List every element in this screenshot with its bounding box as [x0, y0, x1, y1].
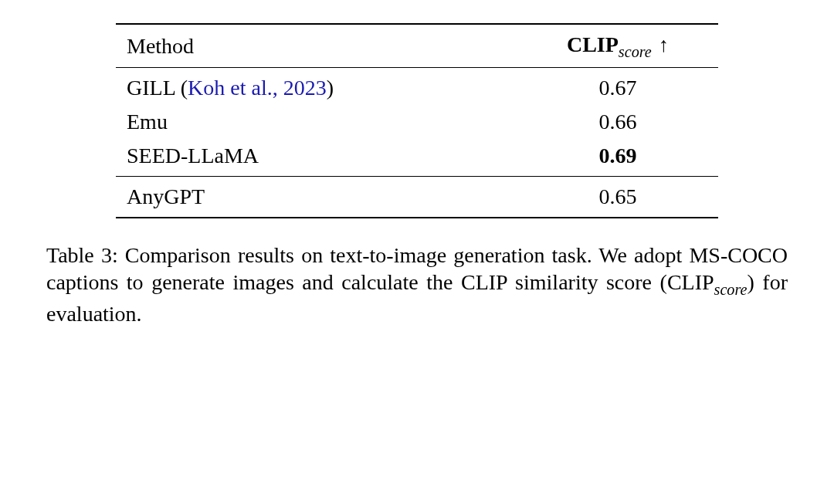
caption-clip-subscript: score: [714, 281, 748, 298]
cell-score-best: 0.69: [517, 139, 718, 177]
method-name: GILL: [127, 76, 181, 100]
cell-method: Emu: [116, 105, 517, 139]
cell-score: 0.66: [517, 105, 718, 139]
caption-text-prefix: Table 3: Comparison results on text-to-i…: [46, 243, 788, 295]
results-table-container: Method CLIPscore ↑ GILL (Koh et al., 202…: [116, 23, 718, 218]
column-header-method: Method: [116, 24, 517, 67]
table-row: GILL (Koh et al., 2023) 0.67: [116, 67, 718, 105]
table-header-row: Method CLIPscore ↑: [116, 24, 718, 67]
cell-score: 0.65: [517, 176, 718, 218]
table-row: AnyGPT 0.65: [116, 176, 718, 218]
cell-method: AnyGPT: [116, 176, 517, 218]
citation-link[interactable]: Koh et al., 2023: [188, 76, 327, 100]
cell-method: GILL (Koh et al., 2023): [116, 67, 517, 105]
cell-method: SEED-LLaMA: [116, 139, 517, 177]
table-caption: Table 3: Comparison results on text-to-i…: [46, 242, 788, 328]
column-header-clipscore: CLIPscore ↑: [517, 24, 718, 67]
clip-subscript: score: [619, 43, 652, 60]
citation-open: (: [181, 76, 188, 100]
cell-score: 0.67: [517, 67, 718, 105]
results-table: Method CLIPscore ↑ GILL (Koh et al., 202…: [116, 23, 718, 218]
table-row: Emu 0.66: [116, 105, 718, 139]
table-row: SEED-LLaMA 0.69: [116, 139, 718, 177]
citation-close: ): [327, 76, 334, 100]
arrow-up-icon: ↑: [659, 33, 669, 56]
clip-label: CLIP: [567, 32, 619, 56]
